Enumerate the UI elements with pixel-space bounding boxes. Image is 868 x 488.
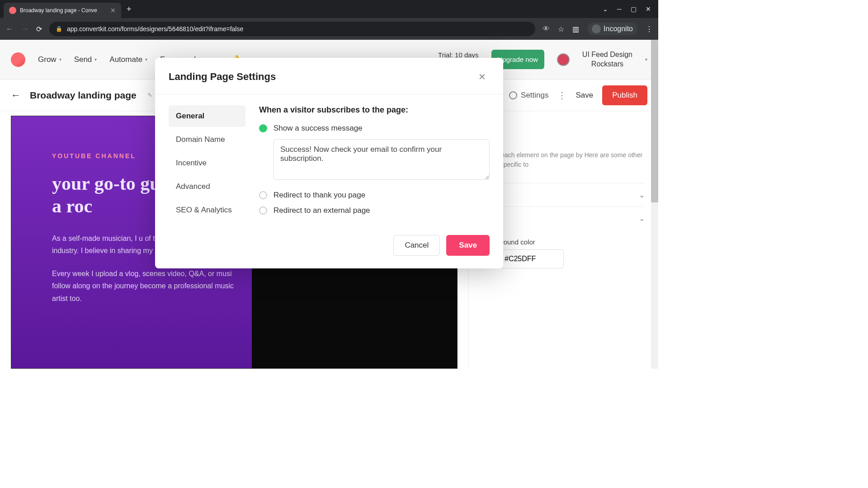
tab-domain-name[interactable]: Domain Name (169, 129, 245, 150)
tab-favicon (9, 7, 16, 14)
modal-content: When a visitor subscribes to the page: S… (259, 105, 490, 221)
incognito-badge[interactable]: Incognito (587, 23, 637, 35)
lock-icon: 🔒 (56, 26, 62, 32)
radio-icon[interactable] (259, 206, 267, 215)
back-icon[interactable]: ← (5, 24, 14, 34)
new-tab-button[interactable]: + (127, 5, 132, 14)
close-window-icon[interactable]: ✕ (646, 5, 651, 13)
cancel-button[interactable]: Cancel (393, 235, 440, 256)
tab-title: Broadway landing page - Conve (20, 7, 107, 14)
settings-modal: Landing Page Settings ✕ General Domain N… (155, 58, 503, 268)
radio-icon[interactable] (259, 124, 267, 132)
tabs-dropdown-icon[interactable]: ⌄ (603, 5, 608, 13)
radio-external-page[interactable]: Redirect to an external page (259, 206, 490, 215)
modal-backdrop: Landing Page Settings ✕ General Domain N… (0, 40, 658, 369)
radio-success-message[interactable]: Show a success message (259, 124, 490, 133)
radio-thank-you-page[interactable]: Redirect to thank you page (259, 191, 490, 200)
close-icon[interactable]: ✕ (110, 7, 116, 14)
kebab-menu-icon[interactable]: ⋮ (646, 25, 653, 33)
star-icon[interactable]: ☆ (558, 25, 564, 33)
incognito-icon (592, 24, 601, 33)
close-icon[interactable]: ✕ (475, 70, 490, 84)
window-controls: ⌄ ─ ▢ ✕ (603, 5, 658, 13)
tab-advanced[interactable]: Advanced (169, 176, 245, 197)
success-message-input[interactable] (274, 139, 490, 180)
browser-tab-strip: Broadway landing page - Conve ✕ + ⌄ ─ ▢ … (0, 0, 658, 18)
modal-title: Landing Page Settings (169, 71, 276, 83)
modal-tabs: General Domain Name Incentive Advanced S… (169, 105, 245, 221)
url-text: app.convertkit.com/forms/designers/56468… (67, 25, 243, 33)
save-button[interactable]: Save (446, 235, 490, 256)
reload-icon[interactable]: ⟳ (36, 25, 42, 33)
forward-icon: → (21, 24, 29, 34)
url-input[interactable]: 🔒 app.convertkit.com/forms/designers/564… (49, 22, 535, 36)
address-bar: ← → ⟳ 🔒 app.convertkit.com/forms/designe… (0, 18, 658, 40)
maximize-icon[interactable]: ▢ (631, 5, 637, 13)
eye-off-icon[interactable]: 👁 (542, 25, 550, 33)
browser-tab[interactable]: Broadway landing page - Conve ✕ (4, 3, 121, 18)
section-heading: When a visitor subscribes to the page: (259, 105, 490, 115)
incognito-label: Incognito (604, 25, 633, 33)
panel-icon[interactable]: ▥ (572, 25, 579, 33)
radio-icon[interactable] (259, 191, 267, 199)
tab-incentive[interactable]: Incentive (169, 152, 245, 174)
minimize-icon[interactable]: ─ (617, 5, 622, 13)
tab-general[interactable]: General (169, 105, 245, 127)
tab-seo-analytics[interactable]: SEO & Analytics (169, 199, 245, 221)
